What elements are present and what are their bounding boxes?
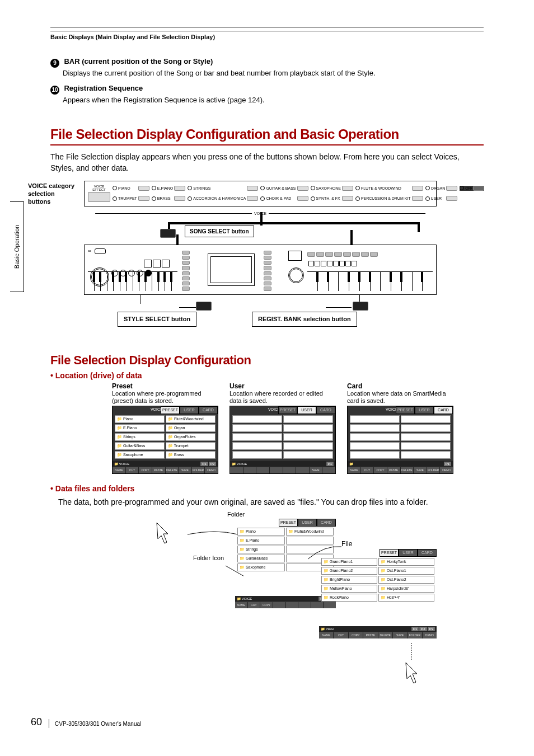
regist-label: REGIST. BANK selection button (258, 316, 351, 323)
drive-preset: Preset Location where pre-programmed (pr… (112, 382, 218, 474)
def-bar: 9 BAR (current position of the Song or S… (50, 56, 484, 77)
list-item: 📁 Piano (237, 528, 285, 536)
list-item: 📁 Guitar&Bass (237, 555, 285, 562)
drive-card: Card Location where data on SmartMedia c… (347, 382, 453, 474)
voice-btn-strings: STRINGS (188, 186, 258, 191)
list-item: 📁 Piano (115, 415, 165, 423)
def-bar-desc: Displays the current position of the Son… (63, 69, 484, 77)
style-select-chip (196, 302, 212, 311)
list-item: 📁 GrandPiano1 (321, 558, 377, 566)
list-item: 📁 Strings (237, 546, 285, 553)
folderfig-right-shot: VOICE(RIGHT1)PRESETUSERCARD📁 GrandPiano1… (319, 549, 437, 638)
list-item: 📁 E.Piano (237, 537, 285, 544)
list-item (232, 424, 282, 432)
voice-btn-trumpet: TRUMPET (113, 196, 149, 201)
voice-btn-user: USER (425, 196, 458, 201)
list-item: 📁 Guitar&Bass (115, 442, 165, 450)
folder-label: Folder (227, 511, 245, 518)
loc-heading: • Location (drive) of data (50, 371, 484, 380)
intro-text: The File Selection display appears when … (50, 151, 484, 174)
callout-top: SONG SELECT button (84, 212, 437, 245)
drives-row: Preset Location where pre-programmed (pr… (112, 382, 484, 474)
list-item (350, 433, 400, 441)
manual-label: CVP-305/303/301 Owner's Manual (49, 719, 141, 728)
side-tab-label: Basic Operation (13, 225, 20, 269)
svg-marker-0 (157, 523, 168, 543)
bullet-10: 10 (50, 86, 59, 95)
list-item: 📁 BrightPiano (321, 576, 377, 584)
content: 9 BAR (current position of the Song or S… (50, 56, 484, 705)
list-item (283, 451, 333, 459)
bullet-9: 9 (50, 59, 59, 68)
list-item (283, 433, 333, 441)
df-heading: • Data files and folders (50, 484, 484, 493)
footer: 60 CVP-305/303/301 Owner's Manual (31, 716, 141, 728)
drive-preset-ds: Location where pre-programmed (preset) d… (112, 390, 218, 406)
drive-card-hd: Card (347, 382, 453, 390)
list-item (350, 451, 400, 459)
df-desc: The data, both pre-programmed and your o… (58, 496, 484, 508)
voice-btn-flute-woodwind: FLUTE & WOODWIND (355, 186, 423, 191)
list-item: 📁 HonkyTonk (378, 558, 434, 566)
list-item: 📁 Organ (166, 424, 216, 432)
list-item (232, 451, 282, 459)
voice-effect-btn: VOICE EFFECT (88, 185, 110, 202)
list-item: 📁 GrandPiano2 (321, 567, 377, 575)
side-tab: Basic Operation (10, 201, 24, 292)
def-bar-title: BAR (current position of the Song or Sty… (64, 57, 213, 65)
list-item: 📁 Saxophone (115, 451, 165, 459)
list-item (283, 415, 333, 423)
list-item (283, 442, 333, 450)
list-item: 📁 E.Piano (115, 424, 165, 432)
drive-user-shot: VOICE(RIGHT1)PRESETUSERCARD📁 VOICEP1SAVE (229, 406, 336, 474)
list-item (232, 442, 282, 450)
list-item (350, 442, 400, 450)
h2-config: File Selection Display Configuration (50, 353, 484, 368)
list-item: 📁 Flute&Woodwind (286, 528, 334, 536)
song-select-box: SONG SELECT button (185, 226, 254, 237)
list-item (401, 433, 451, 441)
def-reg-seq: 10 Registration Sequence Appears when th… (50, 83, 484, 104)
cursor-svg-2 (397, 643, 431, 688)
list-item (401, 415, 451, 423)
drive-preset-hd: Preset (112, 382, 218, 390)
svg-marker-2 (406, 663, 417, 683)
list-item (401, 451, 451, 459)
voice-btn-synth-fx: SYNTH. & FX (311, 196, 353, 201)
list-item (232, 433, 282, 441)
regist-chip (353, 302, 368, 311)
leader-svg (182, 529, 243, 579)
list-item (350, 415, 400, 423)
drive-user: User Location where recorded or edited d… (229, 382, 336, 474)
list-item (401, 424, 451, 432)
list-item: 📁 Flute&Woodwind (166, 415, 216, 423)
list-item (283, 424, 333, 432)
top-rule (50, 27, 484, 27)
drive-user-ds: Location where recorded or edited data i… (229, 390, 336, 406)
list-item: 📁 Strings (115, 433, 165, 441)
list-item: 📁 OrganFlutes (166, 433, 216, 441)
folder-figure: Folder Folder Icon VOICE(RIGHT1)PRESETUS… (162, 514, 484, 705)
song-select-chip (160, 229, 176, 238)
voice-btn-choir-pad: CHOIR & PAD (260, 196, 308, 201)
cursor-svg-1 (151, 520, 185, 553)
h1-main: File Selection Display Configuration and… (50, 126, 484, 145)
drive-card-shot: VOICE(RIGHT1)PRESETUSERCARD📁 P1NAMECUTCO… (347, 406, 453, 474)
drive-user-hd: User (229, 382, 336, 390)
callout-bottom: STYLE SELECT button REGIST. BANK selecti… (84, 295, 437, 340)
voice-btn-accordion-harmonica: ACCORDION & HARMONICA (188, 196, 258, 201)
list-item: 📁 Saxophone (237, 564, 285, 571)
list-item (401, 442, 451, 450)
voice-btn-brass: BRASS (152, 196, 185, 201)
voice-btn-saxophone: SAXOPHONE (311, 186, 353, 191)
voice-btn-guitar-bass: GUITAR & BASS (260, 186, 308, 191)
list-item: 📁 Hc8'+4' (378, 594, 434, 602)
style-select-box: STYLE SELECT button (118, 312, 196, 327)
drive-preset-shot: VOICE(RIGHT1)PRESETUSERCARD📁 Piano📁 Flut… (112, 406, 218, 474)
voice-btn-organ-flutes: ORGAN FLUTES (460, 186, 484, 191)
def-reg-desc: Appears when the Registration Sequence i… (63, 96, 484, 104)
voice-cat-label: VOICE category selection buttons (28, 182, 78, 206)
running-head: Basic Displays (Main Display and File Se… (50, 34, 215, 40)
list-item (350, 424, 400, 432)
list-item (232, 415, 282, 423)
